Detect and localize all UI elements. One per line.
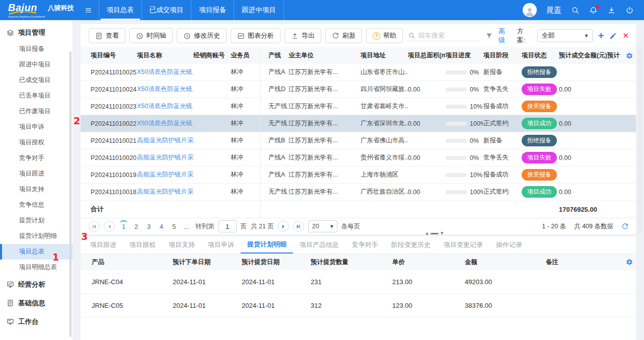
nav-tab-已成交项目[interactable]: 已成交项目 [141,0,191,20]
table-row[interactable]: P202411010025X50清底色防蓝光镜片...林冲产线A江苏万新光学有.… [81,64,636,81]
advanced-filter-link[interactable]: 高级 [498,27,511,45]
table-row[interactable]: P202411010018高能蓝光防护镜片采购...林冲无产线江苏万新光学有..… [81,184,636,201]
status-cell: 拒绝报备 [522,132,559,149]
column-settings-gear-icon[interactable] [626,52,633,59]
sidebar-item-跟进中项目[interactable]: 跟进中项目 [0,57,73,72]
project-name-cell: 高能蓝光防护镜片采购... [137,184,193,200]
sidebar-item-竞争信息[interactable]: 竞争信息 [0,197,73,213]
table-row[interactable]: P202411010021高能蓝光防护镜片采购...林冲产线B江苏万新光学有..… [81,132,636,149]
刷新-button[interactable]: 刷新 [325,28,362,43]
detail-tab-项目授权[interactable]: 项目授权 [123,236,162,253]
page-number-2[interactable]: 2 [131,222,141,231]
goto-label: 转到第 [195,222,214,231]
download-icon[interactable] [607,6,616,15]
power-icon[interactable] [625,6,634,15]
table-row[interactable]: P202411010019高能蓝光防护镜片采购...林冲产线A江苏万新光学有..… [81,166,636,184]
sidebar-item-提货计划明细[interactable]: 提货计划明细 [0,228,73,244]
page-number-...[interactable]: ... [182,222,191,231]
vertical-scrollbar[interactable] [638,46,642,233]
next-page-button[interactable] [278,221,289,232]
notification-bell-icon[interactable] [589,6,598,15]
detail-tab-阶段变更历史[interactable]: 阶段变更历史 [385,236,437,253]
nav-tab-项目总表[interactable]: 项目总表 [99,0,141,20]
nav-tab-跟进中项目[interactable]: 跟进中项目 [234,0,284,20]
project-name-link[interactable]: 高能蓝光防护镜片采购... [137,153,193,162]
detail-tab-项目跟进[interactable]: 项目跟进 [84,236,123,253]
sidebar-item-竞争对手[interactable]: 竞争对手 [0,150,73,166]
sidebar-item-项目申诉[interactable]: 项目申诉 [0,119,73,135]
panel-splitter-handle[interactable]: ▲ ▼ [422,231,447,236]
查看-button[interactable]: 查看 [89,28,125,43]
sidebar-item-已成交项目[interactable]: 已成交项目 [0,72,73,88]
collapse-down-icon[interactable]: ▼ [441,232,443,235]
table-row[interactable]: P202411010024X50清底色防蓝光镜片...林冲产线D江苏万新光学有.… [81,81,636,98]
帮助-button[interactable]: ?帮助 [366,28,403,43]
project-name-link[interactable]: 高能蓝光防护镜片采购... [137,136,193,145]
refresh-icon[interactable] [621,223,629,230]
page-number-3[interactable]: 3 [144,222,154,231]
scheme-select[interactable]: 全部 ▼ [537,29,593,42]
detail-table-row[interactable]: JRNE-C052024-11-012024-11-01312123.00383… [81,294,636,317]
prev-page-button[interactable] [104,221,115,232]
导出-button[interactable]: 导出 [284,28,321,43]
sidebar-section-经营分析[interactable]: 经营分析 [0,275,73,294]
detail-tab-操作记录[interactable]: 操作记录 [489,236,529,253]
amount-cell: 0.00 [559,184,607,200]
project-name-link[interactable]: X50清底色防蓝光镜片... [137,102,193,111]
sidebar-item-已丢单项目[interactable]: 已丢单项目 [0,88,73,104]
project-name-link[interactable]: X50清底色防蓝光镜片... [137,119,193,128]
user-name[interactable]: 晁盖 [546,6,561,15]
project-name-link[interactable]: 高能蓝光防护镜片采购... [137,188,193,196]
filter-funnel-icon[interactable] [485,32,493,40]
sidebar-item-项目支持[interactable]: 项目支持 [0,182,73,197]
detail-tab-提货计划明细[interactable]: 提货计划明细 [241,236,293,253]
sidebar-item-项目明细总表[interactable]: 项目明细总表 [0,260,73,275]
delete-scheme-icon[interactable]: ✕ [622,31,629,40]
table-row[interactable]: P202411010022X50清底色防蓝光镜片...林冲无产线江苏万新光学有.… [81,115,636,132]
sidebar-scrollbar[interactable] [69,51,71,337]
table-row[interactable]: P202411010020高能蓝光防护镜片采购...林冲产线A江苏万新光学有..… [81,149,636,166]
sidebar-item-项目授权[interactable]: 项目授权 [0,135,73,150]
first-page-button[interactable] [89,221,100,232]
page-number-5[interactable]: 5 [169,222,179,231]
project-name-link[interactable]: X50清底色防蓝光镜片... [137,68,193,76]
search-icon[interactable] [571,6,580,15]
menu-toggle-icon[interactable] [78,0,99,20]
sidebar-item-已作废项目[interactable]: 已作废项目 [0,104,73,119]
detail-tab-项目支持[interactable]: 项目支持 [162,236,201,253]
sidebar-item-项目跟进[interactable]: 项目跟进 [0,166,73,182]
sidebar-item-提货计划[interactable]: 提货计划 [0,213,73,228]
sidebar-item-项目总表[interactable]: 项目总表 [0,244,73,260]
goto-page-input[interactable] [219,220,237,232]
nav-tab-项目报备[interactable]: 项目报备 [191,0,234,20]
collapse-up-icon[interactable]: ▲ [426,232,428,235]
page-number-4[interactable]: 4 [157,222,166,231]
detail-tab-项目申诉[interactable]: 项目申诉 [201,236,241,253]
detail-table-row[interactable]: JRNE-C042024-11-012024-11-01231213.00492… [81,270,636,294]
project-name-link[interactable]: X50清底色防蓝光镜片... [137,85,193,94]
column-settings-gear-icon[interactable] [626,259,633,266]
edit-scheme-icon[interactable] [609,32,617,40]
avatar[interactable] [523,3,537,17]
search-input[interactable] [418,32,475,39]
table-row[interactable]: P202411010023X50清底色防蓝光镜片...林冲无产线江苏万新光学有.… [81,98,636,115]
sidebar-section-project-management[interactable]: 项目管理 [0,24,73,41]
sidebar-item-项目报备[interactable]: 项目报备 [0,41,73,57]
splitter-bar[interactable] [431,233,439,234]
sidebar-section-工作台[interactable]: 工作台 [0,312,73,331]
status-cell: 接受报备 [522,98,559,115]
page-size-select[interactable]: 20 ▼ [308,220,337,232]
detail-tab-项目产品信息[interactable]: 项目产品信息 [293,236,345,253]
add-scheme-button[interactable]: + [598,31,604,41]
sidebar-section-基础信息[interactable]: 基础信息 [0,294,73,312]
owner-cell: 江苏万新光学有... [289,132,361,149]
project-name-link[interactable]: 高能蓝光防护镜片采购... [137,171,193,179]
detail-tab-竞争对手[interactable]: 竞争对手 [345,236,385,253]
detail-tab-项目变更记录[interactable]: 项目变更记录 [437,236,489,253]
page-number-1[interactable]: 1 [119,222,128,231]
修改历史-button[interactable]: 修改历史 [177,28,227,43]
last-page-button[interactable] [293,221,304,232]
时间轴-button[interactable]: 时间轴 [129,28,173,43]
detail-column-header: 单价 [392,254,465,270]
图表分析-button[interactable]: 图表分析 [231,28,280,43]
